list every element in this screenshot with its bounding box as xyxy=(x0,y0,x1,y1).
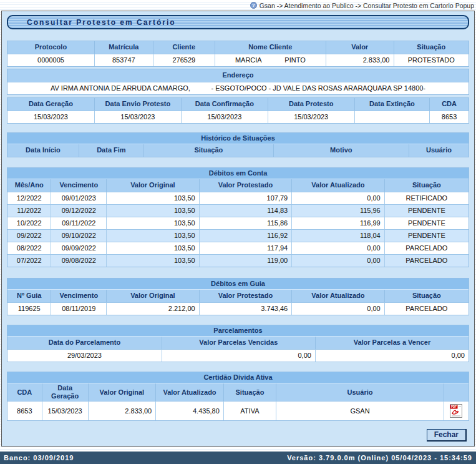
column-header: Usuário xyxy=(276,383,444,401)
table-cell: PENDENTE xyxy=(384,217,469,229)
breadcrumb: ? Gsan -> Atendimento ao Publico -> Cons… xyxy=(0,0,476,11)
table-cell: 07/2022 xyxy=(7,255,51,267)
table-cell: 103,50 xyxy=(106,192,199,204)
column-header: Data Geração xyxy=(7,98,94,111)
table-cell: 115,96 xyxy=(291,205,384,217)
column-header: Data do Parcelamento xyxy=(7,337,162,349)
column-header: Data Confirmação xyxy=(181,98,268,111)
column-header: Data Início xyxy=(7,144,79,157)
table-cell: 117,94 xyxy=(199,242,292,254)
certidao-divida-ativa-table: Certidão Dívida AtivaCDAData GeraçãoValo… xyxy=(7,372,469,421)
table-cell: 3.743,46 xyxy=(199,303,292,315)
popup-content: Consultar Protesto em Cartório Protocolo… xyxy=(1,11,475,447)
table-cell: 103,50 xyxy=(106,217,199,229)
table-cell: 118,04 xyxy=(291,230,384,242)
table-cell: PARCELADO xyxy=(384,303,469,315)
column-header: Valor xyxy=(326,41,394,54)
column-header: Valor Original xyxy=(106,179,199,192)
table-cell: 114,83 xyxy=(199,205,292,217)
footer-banco-date: Banco: 03/09/2019 xyxy=(4,454,74,462)
fechar-button[interactable]: Fechar xyxy=(427,429,467,442)
table-row: 07/202209/08/2022103,50119,000,00PARCELA… xyxy=(7,254,469,267)
column-header: Data Fim xyxy=(79,144,143,157)
table-cell: MARCIA PINTO xyxy=(215,54,326,66)
table-cell: 0,00 xyxy=(291,192,384,204)
table-header-row: CDAData GeraçãoValor OriginalValor Atual… xyxy=(7,383,469,401)
column-header: Valor Atualizado xyxy=(155,383,223,401)
table-header-row: Data do ParcelamentoValor Parcelas Venci… xyxy=(7,337,469,349)
page-title-bar: Consultar Protesto em Cartório xyxy=(7,15,469,29)
table-cell: 0,00 xyxy=(291,242,384,254)
table-cell: 115,86 xyxy=(199,217,292,229)
table-row: 0000005853747276529MARCIA PINTO2.833,00P… xyxy=(7,54,469,66)
table-cell: 09/10/2022 xyxy=(51,230,106,242)
column-header xyxy=(444,383,469,401)
pdf-icon[interactable]: PDF xyxy=(444,402,469,420)
table-row: 15/03/202315/03/202315/03/202315/03/2023… xyxy=(7,111,469,123)
section-title: Histórico de Situações xyxy=(7,133,469,144)
column-header: Valor Atualizado xyxy=(291,290,384,302)
table-cell: PARCELADO xyxy=(384,255,469,267)
table-cell: 09/01/2023 xyxy=(51,192,106,204)
table-cell: 09/08/2022 xyxy=(51,255,106,267)
table-row: 11962508/11/20192.212,003.743,460,00PARC… xyxy=(7,302,469,315)
table-cell: 103,50 xyxy=(106,230,199,242)
table-header-row: ProtocoloMatrículaClienteNome ClienteVal… xyxy=(7,41,469,54)
table-cell: 2.833,00 xyxy=(88,402,156,420)
section-title: Certidão Dívida Ativa xyxy=(7,372,469,383)
table-cell: 09/2022 xyxy=(7,230,51,242)
table-cell: ATIVA xyxy=(223,402,276,420)
table-cell: 29/03/2023 xyxy=(7,350,162,362)
table-cell: 15/03/2023 xyxy=(42,402,88,420)
table-cell: 8653 xyxy=(429,111,469,123)
table-cell: 0000005 xyxy=(7,54,94,66)
table-cell: 08/11/2019 xyxy=(51,303,106,315)
table-cell: 09/11/2022 xyxy=(51,217,106,229)
table-cell: 119,00 xyxy=(199,255,292,267)
table-cell: RETIFICADO xyxy=(384,192,469,204)
table-cell: 4.435,80 xyxy=(155,402,223,420)
table-header-row: Endereço xyxy=(7,69,469,82)
protesto-info-table: ProtocoloMatrículaClienteNome ClienteVal… xyxy=(7,41,469,67)
column-header: CDA xyxy=(429,98,469,111)
column-header: Valor Parcelas Vencidas xyxy=(162,337,315,349)
column-header: Cliente xyxy=(153,41,215,54)
column-header: Data Extinção xyxy=(354,98,429,111)
table-cell: 103,50 xyxy=(106,242,199,254)
column-header: Valor Original xyxy=(106,290,199,302)
table-row: 865315/03/20232.833,004.435,80ATIVAGSANP… xyxy=(7,401,469,420)
column-header: Data Envio Protesto xyxy=(94,98,181,111)
table-cell: 2.833,00 xyxy=(326,54,394,66)
table-cell: 0,00 xyxy=(162,350,315,362)
column-header: Endereço xyxy=(7,69,469,82)
help-icon[interactable]: ? xyxy=(250,2,257,9)
column-header: Valor Atualizado xyxy=(291,179,384,192)
table-cell: 0,00 xyxy=(315,350,469,362)
breadcrumb-text: Gsan -> Atendimento ao Publico -> Consul… xyxy=(260,2,474,9)
parcelamentos-table: ParcelamentosData do ParcelamentoValor P… xyxy=(7,325,469,362)
table-cell: 0,00 xyxy=(291,255,384,267)
column-header: Situação xyxy=(394,41,469,54)
table-cell: PARCELADO xyxy=(384,242,469,254)
table-cell: PROTESTADO xyxy=(394,54,469,66)
table-cell: 08/2022 xyxy=(7,242,51,254)
table-cell: 103,50 xyxy=(106,205,199,217)
table-header-row: Nº GuiaVencimentoValor OriginalValor Pro… xyxy=(7,290,469,302)
column-header: Nº Guia xyxy=(7,290,51,302)
table-row: 11/202209/12/2022103,50114,83115,96PENDE… xyxy=(7,204,469,217)
table-row: 12/202209/01/2023103,50107,790,00RETIFIC… xyxy=(7,192,469,204)
table-cell: 10/2022 xyxy=(7,217,51,229)
datas-protesto-table: Data GeraçãoData Envio ProtestoData Conf… xyxy=(7,97,469,124)
section-title: Débitos em Guia xyxy=(7,279,469,290)
table-cell: 15/03/2023 xyxy=(94,111,181,123)
column-header: Vencimento xyxy=(51,179,106,192)
table-row: AV IRMA ANTONIA DE ARRUDA CAMARGO, - ESG… xyxy=(7,82,469,94)
section-title: Parcelamentos xyxy=(7,325,469,337)
button-row: Fechar xyxy=(427,428,467,442)
historico-situacoes-table: Histórico de SituaçõesData InícioData Fi… xyxy=(7,132,469,157)
section-title: Débitos em Conta xyxy=(7,168,469,179)
column-header: Motivo xyxy=(273,144,409,157)
table-cell: 15/03/2023 xyxy=(7,111,94,123)
table-cell: 15/03/2023 xyxy=(268,111,354,123)
debitos-em-guia-table: Débitos em GuiaNº GuiaVencimentoValor Or… xyxy=(7,278,469,315)
